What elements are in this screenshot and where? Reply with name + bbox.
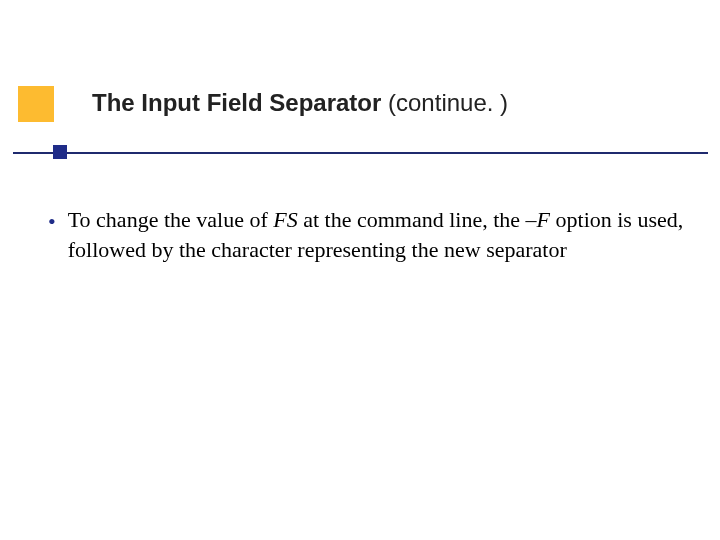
bullet-list: • To change the value of FS at the comma… [48,205,688,266]
bullet-marker-icon: • [48,207,56,237]
bullet-text: To change the value of FS at the command… [68,205,688,266]
title-underline [13,152,708,154]
bullet-text-pre: To change the value of [68,207,274,232]
title-suffix: (continue. ) [381,89,508,116]
small-accent-square [53,145,67,159]
slide-title: The Input Field Separator (continue. ) [92,87,508,118]
bullet-text-mid: at the command line, the [298,207,526,232]
bullet-text-italic-f: –F [526,207,550,232]
header-accent-square [18,86,54,122]
title-bold-part: The Input Field Separator [92,89,381,116]
bullet-text-italic-fs: FS [273,207,297,232]
list-item: • To change the value of FS at the comma… [48,205,688,266]
